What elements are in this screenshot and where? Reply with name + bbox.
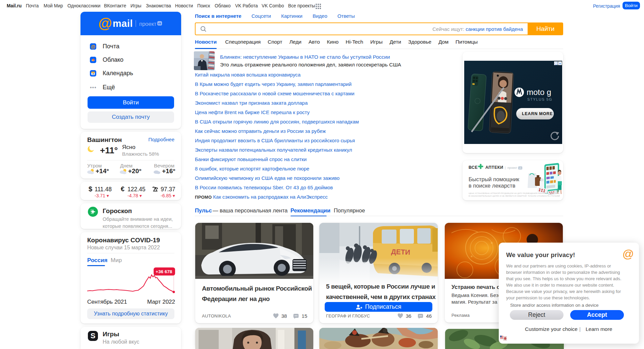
svg-text:ⓘ: ⓘ: [555, 62, 558, 65]
svg-text:+36 678: +36 678: [156, 269, 172, 274]
svg-text:mail: mail: [113, 18, 133, 29]
svg-text:moto g: moto g: [527, 88, 551, 97]
svg-text:LEARN MORE: LEARN MORE: [522, 111, 553, 116]
svg-text:16: 16: [92, 73, 94, 75]
svg-text:✕: ✕: [559, 62, 561, 65]
svg-text:STYLUS 5G: STYLUS 5G: [527, 97, 552, 101]
svg-text:проект: проект: [139, 21, 157, 27]
svg-text:@: @: [98, 15, 112, 31]
svg-text:vk: vk: [158, 22, 161, 25]
